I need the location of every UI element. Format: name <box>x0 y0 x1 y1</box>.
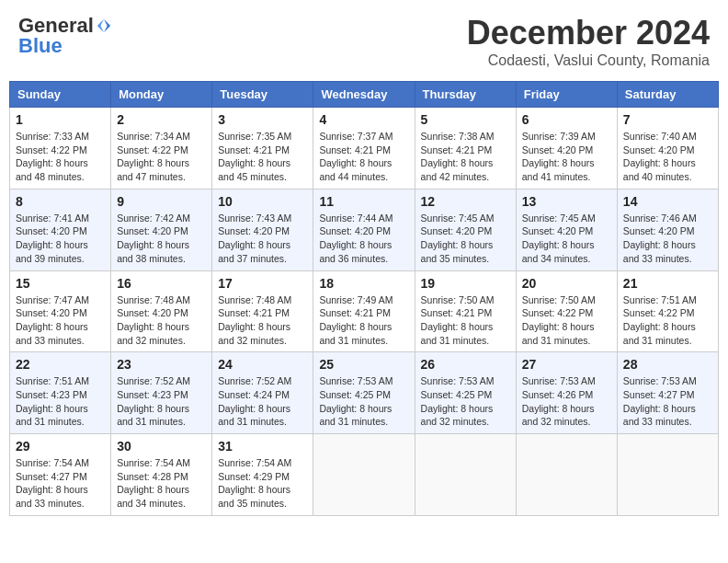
day-info: Sunrise: 7:51 AM Sunset: 4:23 PM Dayligh… <box>16 374 105 429</box>
day-info: Sunrise: 7:53 AM Sunset: 4:27 PM Dayligh… <box>623 374 712 429</box>
day-info: Sunrise: 7:35 AM Sunset: 4:21 PM Dayligh… <box>218 130 307 184</box>
calendar-cell: 12 Sunrise: 7:45 AM Sunset: 4:20 PM Dayl… <box>415 189 516 270</box>
day-number: 9 <box>117 194 206 209</box>
logo-blue: Blue <box>18 34 63 58</box>
calendar-cell: 2 Sunrise: 7:34 AM Sunset: 4:22 PM Dayli… <box>111 108 212 190</box>
calendar-cell: 30 Sunrise: 7:54 AM Sunset: 4:28 PM Dayl… <box>111 434 212 516</box>
day-number: 3 <box>218 112 307 127</box>
day-info: Sunrise: 7:43 AM Sunset: 4:20 PM Dayligh… <box>218 212 307 266</box>
page-header: General Blue December 2024 Codaesti, Vas… <box>9 9 719 74</box>
day-number: 26 <box>421 357 510 372</box>
calendar-cell <box>617 434 718 516</box>
day-number: 16 <box>117 276 206 291</box>
day-number: 28 <box>623 357 712 372</box>
day-info: Sunrise: 7:34 AM Sunset: 4:22 PM Dayligh… <box>117 130 206 184</box>
day-info: Sunrise: 7:49 AM Sunset: 4:21 PM Dayligh… <box>319 293 408 348</box>
location-title: Codaesti, Vaslui County, Romania <box>467 52 710 69</box>
day-number: 10 <box>218 194 307 209</box>
calendar-cell: 21 Sunrise: 7:51 AM Sunset: 4:22 PM Dayl… <box>617 270 718 352</box>
day-number: 21 <box>623 276 712 291</box>
day-number: 1 <box>16 112 105 127</box>
calendar-cell: 25 Sunrise: 7:53 AM Sunset: 4:25 PM Dayl… <box>313 352 415 434</box>
day-number: 20 <box>522 276 611 291</box>
calendar-cell <box>313 434 415 516</box>
day-number: 4 <box>319 112 408 127</box>
weekday-header-wednesday: Wednesday <box>313 82 415 108</box>
day-info: Sunrise: 7:50 AM Sunset: 4:21 PM Dayligh… <box>421 293 510 348</box>
day-info: Sunrise: 7:50 AM Sunset: 4:22 PM Dayligh… <box>522 293 611 348</box>
calendar-cell <box>516 434 617 516</box>
calendar-cell: 14 Sunrise: 7:46 AM Sunset: 4:20 PM Dayl… <box>617 189 718 270</box>
day-number: 29 <box>16 439 105 454</box>
day-number: 25 <box>319 357 408 372</box>
day-info: Sunrise: 7:38 AM Sunset: 4:21 PM Dayligh… <box>421 130 510 184</box>
logo: General Blue <box>18 14 112 58</box>
day-info: Sunrise: 7:45 AM Sunset: 4:20 PM Dayligh… <box>421 212 510 266</box>
calendar-cell: 28 Sunrise: 7:53 AM Sunset: 4:27 PM Dayl… <box>617 352 718 434</box>
day-info: Sunrise: 7:40 AM Sunset: 4:20 PM Dayligh… <box>623 130 712 184</box>
calendar-week-row: 8 Sunrise: 7:41 AM Sunset: 4:20 PM Dayli… <box>10 189 719 270</box>
day-number: 7 <box>623 112 712 127</box>
day-number: 27 <box>522 357 611 372</box>
calendar-cell: 20 Sunrise: 7:50 AM Sunset: 4:22 PM Dayl… <box>516 270 617 352</box>
calendar-cell: 13 Sunrise: 7:45 AM Sunset: 4:20 PM Dayl… <box>516 189 617 270</box>
calendar-cell: 6 Sunrise: 7:39 AM Sunset: 4:20 PM Dayli… <box>516 108 617 190</box>
day-info: Sunrise: 7:46 AM Sunset: 4:20 PM Dayligh… <box>623 212 712 266</box>
day-info: Sunrise: 7:44 AM Sunset: 4:20 PM Dayligh… <box>319 212 408 266</box>
calendar-cell: 4 Sunrise: 7:37 AM Sunset: 4:21 PM Dayli… <box>313 108 415 190</box>
calendar-week-row: 15 Sunrise: 7:47 AM Sunset: 4:20 PM Dayl… <box>10 270 719 352</box>
calendar-cell: 1 Sunrise: 7:33 AM Sunset: 4:22 PM Dayli… <box>10 108 111 190</box>
calendar-cell: 8 Sunrise: 7:41 AM Sunset: 4:20 PM Dayli… <box>10 189 111 270</box>
day-number: 11 <box>319 194 408 209</box>
month-title: December 2024 <box>467 14 710 52</box>
day-number: 31 <box>218 439 307 454</box>
weekday-header-tuesday: Tuesday <box>212 82 313 108</box>
day-info: Sunrise: 7:53 AM Sunset: 4:25 PM Dayligh… <box>319 374 408 429</box>
weekday-header-saturday: Saturday <box>617 82 718 108</box>
calendar-cell: 5 Sunrise: 7:38 AM Sunset: 4:21 PM Dayli… <box>415 108 516 190</box>
day-number: 23 <box>117 357 206 372</box>
day-info: Sunrise: 7:39 AM Sunset: 4:20 PM Dayligh… <box>522 130 611 184</box>
day-number: 22 <box>16 357 105 372</box>
day-info: Sunrise: 7:42 AM Sunset: 4:20 PM Dayligh… <box>117 212 206 266</box>
day-info: Sunrise: 7:37 AM Sunset: 4:21 PM Dayligh… <box>319 130 408 184</box>
day-info: Sunrise: 7:54 AM Sunset: 4:28 PM Dayligh… <box>117 456 206 511</box>
day-number: 12 <box>421 194 510 209</box>
calendar-cell: 17 Sunrise: 7:48 AM Sunset: 4:21 PM Dayl… <box>212 270 313 352</box>
calendar-week-row: 22 Sunrise: 7:51 AM Sunset: 4:23 PM Dayl… <box>10 352 719 434</box>
calendar-cell: 3 Sunrise: 7:35 AM Sunset: 4:21 PM Dayli… <box>212 108 313 190</box>
day-number: 13 <box>522 194 611 209</box>
calendar-cell: 27 Sunrise: 7:53 AM Sunset: 4:26 PM Dayl… <box>516 352 617 434</box>
day-info: Sunrise: 7:45 AM Sunset: 4:20 PM Dayligh… <box>522 212 611 266</box>
calendar-cell: 22 Sunrise: 7:51 AM Sunset: 4:23 PM Dayl… <box>10 352 111 434</box>
day-info: Sunrise: 7:54 AM Sunset: 4:29 PM Dayligh… <box>218 456 307 511</box>
calendar-cell: 7 Sunrise: 7:40 AM Sunset: 4:20 PM Dayli… <box>617 108 718 190</box>
weekday-header-thursday: Thursday <box>415 82 516 108</box>
calendar-cell: 29 Sunrise: 7:54 AM Sunset: 4:27 PM Dayl… <box>10 434 111 516</box>
calendar-cell <box>415 434 516 516</box>
day-info: Sunrise: 7:48 AM Sunset: 4:20 PM Dayligh… <box>117 293 206 348</box>
day-number: 14 <box>623 194 712 209</box>
calendar-table: SundayMondayTuesdayWednesdayThursdayFrid… <box>9 81 719 516</box>
day-number: 15 <box>16 276 105 291</box>
calendar-week-row: 29 Sunrise: 7:54 AM Sunset: 4:27 PM Dayl… <box>10 434 719 516</box>
day-info: Sunrise: 7:51 AM Sunset: 4:22 PM Dayligh… <box>623 293 712 348</box>
day-number: 19 <box>421 276 510 291</box>
day-number: 24 <box>218 357 307 372</box>
calendar-cell: 11 Sunrise: 7:44 AM Sunset: 4:20 PM Dayl… <box>313 189 415 270</box>
day-number: 5 <box>421 112 510 127</box>
logo-icon <box>96 17 112 34</box>
day-number: 18 <box>319 276 408 291</box>
svg-marker-1 <box>97 19 104 32</box>
day-info: Sunrise: 7:52 AM Sunset: 4:24 PM Dayligh… <box>218 374 307 429</box>
day-number: 8 <box>16 194 105 209</box>
calendar-cell: 10 Sunrise: 7:43 AM Sunset: 4:20 PM Dayl… <box>212 189 313 270</box>
day-number: 2 <box>117 112 206 127</box>
day-info: Sunrise: 7:53 AM Sunset: 4:25 PM Dayligh… <box>421 374 510 429</box>
calendar-cell: 15 Sunrise: 7:47 AM Sunset: 4:20 PM Dayl… <box>10 270 111 352</box>
title-block: December 2024 Codaesti, Vaslui County, R… <box>467 14 710 69</box>
calendar-cell: 16 Sunrise: 7:48 AM Sunset: 4:20 PM Dayl… <box>111 270 212 352</box>
calendar-cell: 26 Sunrise: 7:53 AM Sunset: 4:25 PM Dayl… <box>415 352 516 434</box>
weekday-header-friday: Friday <box>516 82 617 108</box>
svg-marker-0 <box>104 19 110 32</box>
